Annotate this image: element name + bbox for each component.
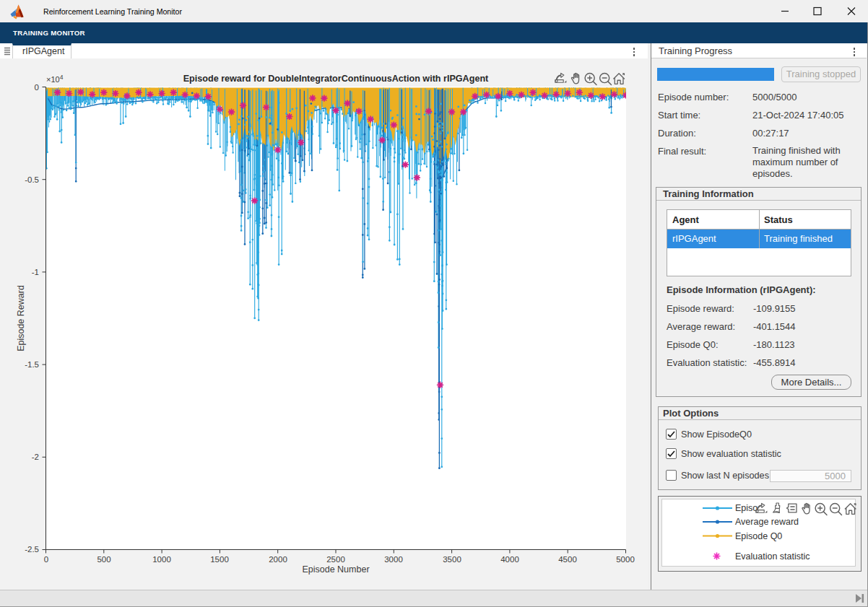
svg-text:-2: -2 bbox=[32, 453, 39, 461]
svg-text:2500: 2500 bbox=[326, 555, 345, 564]
svg-text:-2.5: -2.5 bbox=[25, 545, 39, 554]
svg-text:Episode reward for DoubleInteg: Episode reward for DoubleIntegratorConti… bbox=[183, 74, 489, 84]
svg-text:0: 0 bbox=[44, 555, 48, 564]
svg-text:-0.5: -0.5 bbox=[25, 175, 39, 184]
svg-text:4000: 4000 bbox=[500, 555, 519, 564]
svg-text:×104: ×104 bbox=[46, 74, 64, 84]
svg-text:Episo: Episo bbox=[735, 503, 758, 513]
svg-text:0: 0 bbox=[35, 83, 39, 92]
svg-text:1000: 1000 bbox=[152, 555, 171, 564]
svg-text:-1: -1 bbox=[32, 268, 39, 276]
svg-text:-1.5: -1.5 bbox=[25, 360, 39, 369]
svg-text:Average reward: Average reward bbox=[735, 517, 799, 527]
svg-text:500: 500 bbox=[97, 555, 110, 564]
svg-text:3000: 3000 bbox=[384, 555, 403, 564]
svg-text:Episode Q0: Episode Q0 bbox=[735, 531, 782, 541]
svg-text:Evaluation statistic: Evaluation statistic bbox=[735, 551, 810, 562]
svg-text:4500: 4500 bbox=[558, 555, 577, 564]
svg-text:1500: 1500 bbox=[210, 555, 229, 564]
svg-text:Episode Number: Episode Number bbox=[302, 564, 369, 575]
svg-text:Episode Reward: Episode Reward bbox=[16, 285, 26, 351]
svg-text:5000: 5000 bbox=[616, 555, 635, 564]
svg-text:2000: 2000 bbox=[269, 555, 287, 564]
svg-text:3500: 3500 bbox=[443, 555, 461, 564]
